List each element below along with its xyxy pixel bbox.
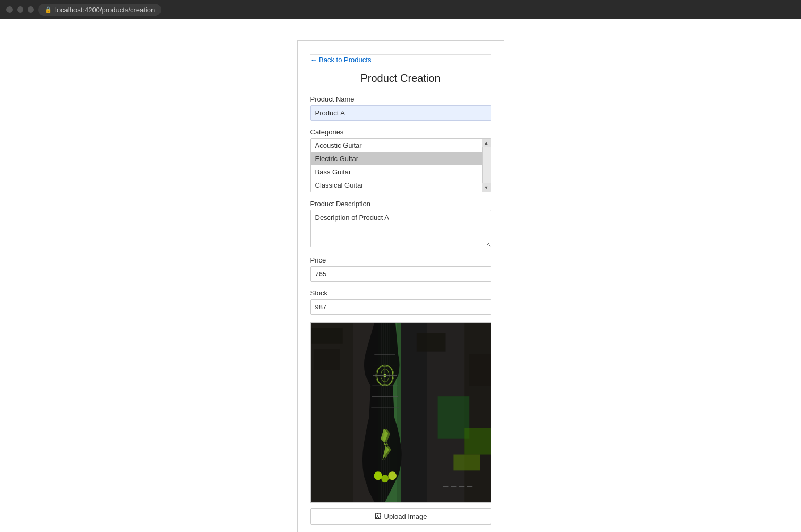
- product-name-label: Product Name: [310, 95, 491, 103]
- product-creation-card: ← Back to Products Product Creation Prod…: [297, 40, 504, 532]
- categories-label: Categories: [310, 128, 491, 136]
- stock-label: Stock: [310, 289, 491, 297]
- svg-rect-32: [313, 349, 340, 370]
- browser-dot-2: [17, 6, 23, 13]
- svg-point-20: [381, 475, 389, 482]
- price-input[interactable]: [310, 266, 491, 282]
- description-label: Product Description: [310, 200, 491, 208]
- svg-rect-31: [311, 328, 343, 344]
- product-name-group: Product Name: [310, 95, 491, 121]
- category-item-electric[interactable]: Electric Guitar: [311, 152, 482, 165]
- svg-point-21: [388, 471, 397, 480]
- upload-icon: 🖼: [374, 512, 381, 520]
- stock-input[interactable]: [310, 299, 491, 315]
- price-label: Price: [310, 256, 491, 264]
- svg-point-19: [374, 471, 382, 480]
- url-text: localhost:4200/products/creation: [55, 6, 155, 14]
- browser-dot-3: [28, 6, 34, 13]
- browser-dot-1: [6, 6, 13, 13]
- description-textarea[interactable]: Description of Product A: [310, 210, 491, 247]
- stock-group: Stock: [310, 289, 491, 315]
- scroll-down-btn[interactable]: ▼: [482, 183, 491, 192]
- svg-rect-23: [464, 428, 491, 455]
- upload-image-button[interactable]: 🖼 Upload Image: [310, 508, 491, 525]
- categories-group: Categories Acoustic Guitar Electric Guit…: [310, 128, 491, 192]
- category-item-classical[interactable]: Classical Guitar: [311, 179, 482, 192]
- browser-chrome: 🔒 localhost:4200/products/creation: [0, 0, 801, 19]
- image-preview-area: [310, 322, 491, 503]
- lock-icon: 🔒: [45, 6, 52, 13]
- browser-url-bar[interactable]: 🔒 localhost:4200/products/creation: [38, 4, 161, 16]
- description-group: Product Description Description of Produ…: [310, 200, 491, 249]
- price-group: Price: [310, 256, 491, 282]
- card-top-border: [310, 54, 491, 55]
- svg-rect-33: [416, 333, 445, 352]
- svg-rect-24: [453, 455, 480, 471]
- scroll-track: [483, 147, 491, 183]
- back-to-products-link[interactable]: ← Back to Products: [310, 56, 372, 64]
- category-item-acoustic[interactable]: Acoustic Guitar: [311, 139, 482, 152]
- scroll-up-btn[interactable]: ▲: [482, 139, 491, 147]
- page-background: ← Back to Products Product Creation Prod…: [0, 19, 801, 532]
- page-title: Product Creation: [310, 72, 491, 85]
- categories-wrapper: Acoustic Guitar Electric Guitar Bass Gui…: [310, 138, 491, 192]
- svg-rect-34: [469, 354, 491, 386]
- categories-list: Acoustic Guitar Electric Guitar Bass Gui…: [310, 138, 491, 192]
- product-name-input[interactable]: [310, 105, 491, 121]
- product-image-svg: [311, 323, 491, 502]
- category-item-bass[interactable]: Bass Guitar: [311, 165, 482, 179]
- upload-button-label: Upload Image: [384, 512, 427, 520]
